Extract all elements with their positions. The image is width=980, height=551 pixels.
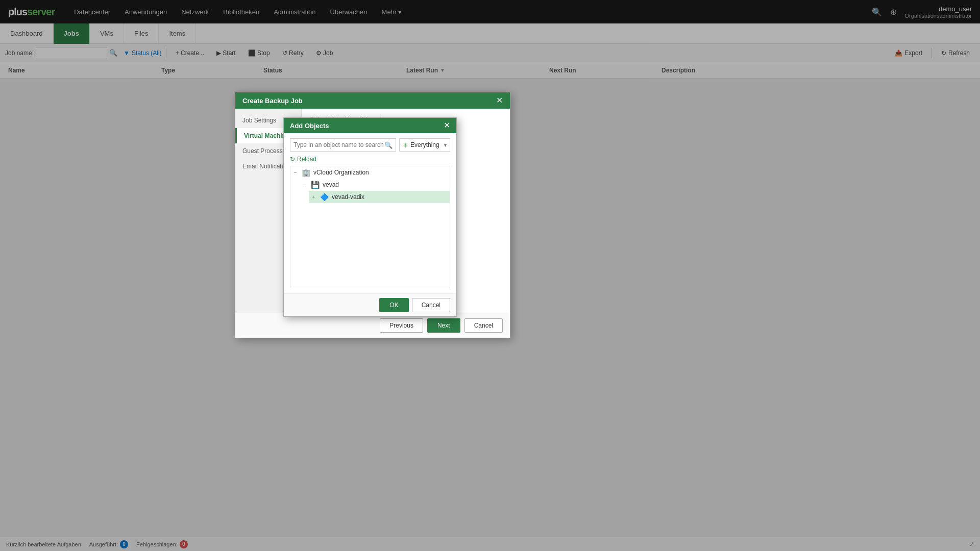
add-objects-dialog: Add Objects ✕ 🔍 ✳ Everything ▾ ↻ Reload …: [283, 117, 457, 317]
previous-button[interactable]: Previous: [380, 318, 423, 333]
add-objects-title: Add Objects: [290, 122, 329, 130]
tree-node-vcloud-org[interactable]: − 🏢 vCloud Organization: [290, 166, 450, 179]
add-objects-title-bar: Add Objects ✕: [284, 118, 456, 133]
chevron-down-icon: ▾: [444, 142, 447, 148]
filter-star-icon: ✳: [403, 141, 408, 149]
add-objects-close-button[interactable]: ✕: [444, 121, 450, 130]
search-row: 🔍 ✳ Everything ▾: [290, 138, 450, 152]
dialog-title-bar: Create Backup Job ✕: [235, 92, 510, 109]
dialog-close-button[interactable]: ✕: [496, 96, 503, 105]
cancel-button[interactable]: Cancel: [464, 318, 503, 333]
tree-expand-icon: −: [293, 169, 300, 176]
tree-node-vevad-vadix[interactable]: + 🔷 vevad-vadix: [309, 191, 450, 203]
reload-link[interactable]: ↻ Reload: [290, 156, 450, 163]
add-objects-body: 🔍 ✳ Everything ▾ ↻ Reload − 🏢 vCloud Org…: [284, 133, 456, 293]
tree-expand-icon: −: [303, 182, 309, 188]
ok-button[interactable]: OK: [379, 298, 408, 312]
tree-expand-icon: +: [312, 194, 318, 200]
vdc-icon: 💾: [311, 181, 320, 189]
add-objects-footer: OK Cancel: [284, 293, 456, 316]
search-icon: 🔍: [384, 141, 393, 149]
object-search-wrap: 🔍: [290, 138, 396, 152]
filter-dropdown[interactable]: ✳ Everything ▾: [399, 138, 450, 152]
next-button[interactable]: Next: [427, 318, 460, 333]
reload-icon: ↻: [290, 156, 295, 163]
org-icon: 🏢: [302, 168, 310, 177]
object-tree: − 🏢 vCloud Organization − 💾 vevad + 🔷 ve…: [290, 166, 450, 288]
object-search-input[interactable]: [293, 141, 384, 148]
cancel-button-inner[interactable]: Cancel: [412, 298, 450, 312]
dialog-title: Create Backup Job: [242, 97, 303, 105]
tree-node-vevad[interactable]: − 💾 vevad: [300, 179, 450, 191]
vapp-icon: 🔷: [320, 193, 329, 201]
